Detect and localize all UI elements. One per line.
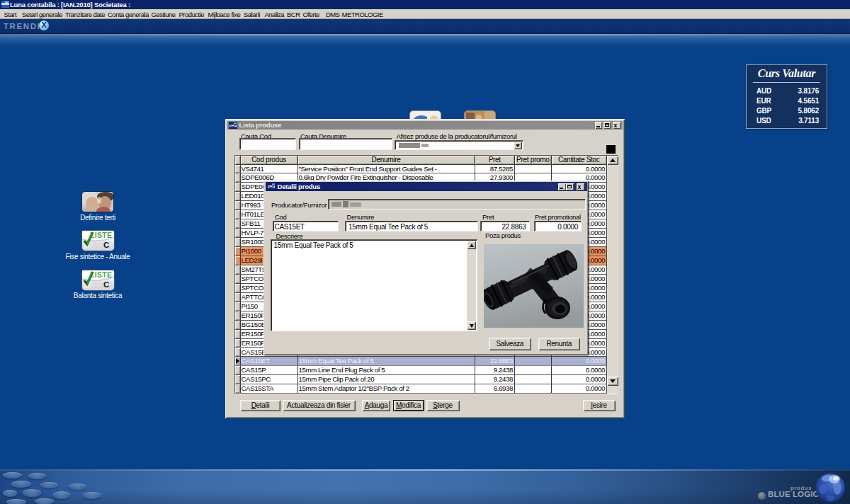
svg-text:C: C [103, 241, 109, 249]
svg-text:C: C [103, 280, 109, 289]
svg-text:LISTE: LISTE [90, 270, 112, 278]
svg-text:LISTE: LISTE [90, 231, 112, 239]
